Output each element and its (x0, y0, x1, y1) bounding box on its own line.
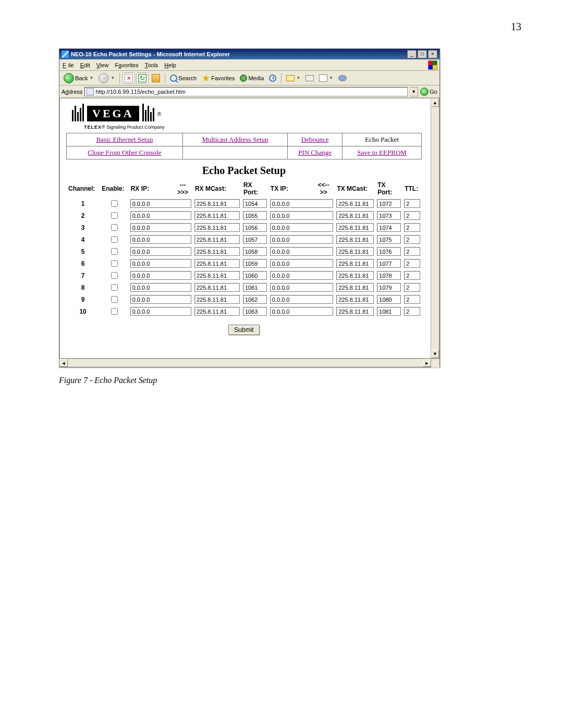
menu-edit[interactable]: Edit (79, 61, 91, 69)
txport-input[interactable] (377, 247, 401, 256)
txmcast-input[interactable] (336, 199, 374, 208)
menu-help[interactable]: Help (163, 61, 177, 69)
rxport-input[interactable] (243, 211, 267, 220)
rxmcast-input[interactable] (194, 271, 240, 280)
discuss-button[interactable] (336, 72, 349, 84)
maximize-button[interactable]: □ (418, 50, 427, 58)
txip-input[interactable] (270, 235, 334, 244)
ttl-input[interactable] (404, 283, 420, 292)
rxip-input[interactable] (130, 235, 191, 244)
rxport-input[interactable] (243, 283, 267, 292)
rxip-input[interactable] (130, 199, 191, 208)
txip-input[interactable] (270, 247, 334, 256)
enable-checkbox[interactable] (111, 260, 118, 267)
media-button[interactable]: Media (238, 72, 266, 84)
stop-button[interactable]: × (123, 72, 135, 84)
txip-input[interactable] (270, 259, 334, 268)
ttl-input[interactable] (404, 307, 420, 316)
ttl-input[interactable] (404, 199, 420, 208)
enable-checkbox[interactable] (111, 212, 118, 219)
txip-input[interactable] (270, 271, 334, 280)
rxip-input[interactable] (130, 307, 191, 316)
rxmcast-input[interactable] (194, 259, 240, 268)
enable-checkbox[interactable] (111, 248, 118, 255)
txmcast-input[interactable] (336, 223, 374, 232)
refresh-button[interactable]: ↻ (136, 72, 149, 84)
rxport-input[interactable] (243, 199, 267, 208)
edit-button[interactable]: ▼ (317, 72, 335, 84)
forward-button[interactable]: → ▼ (96, 72, 117, 84)
txmcast-input[interactable] (336, 307, 374, 316)
rxport-input[interactable] (243, 235, 267, 244)
ttl-input[interactable] (404, 223, 420, 232)
rxmcast-input[interactable] (194, 211, 240, 220)
txmcast-input[interactable] (336, 283, 374, 292)
enable-checkbox[interactable] (111, 308, 118, 315)
menu-file[interactable]: File (62, 61, 75, 69)
ttl-input[interactable] (404, 211, 420, 220)
nav-pin-change[interactable]: PIN Change (298, 149, 332, 156)
menu-favorites[interactable]: Favorites (114, 61, 139, 69)
txport-input[interactable] (377, 199, 401, 208)
home-button[interactable] (150, 72, 162, 84)
txport-input[interactable] (377, 271, 401, 280)
go-button[interactable]: → Go (420, 88, 437, 96)
submit-button[interactable]: Submit (228, 325, 259, 335)
txport-input[interactable] (377, 295, 401, 304)
enable-checkbox[interactable] (111, 224, 118, 231)
ttl-input[interactable] (404, 295, 420, 304)
txip-input[interactable] (270, 223, 334, 232)
rxport-input[interactable] (243, 307, 267, 316)
search-button[interactable]: Search (168, 72, 199, 84)
rxport-input[interactable] (243, 295, 267, 304)
rxip-input[interactable] (130, 295, 191, 304)
nav-multicast[interactable]: Multicast Address Setup (202, 135, 268, 143)
txport-input[interactable] (377, 235, 401, 244)
txmcast-input[interactable] (336, 259, 374, 268)
txip-input[interactable] (270, 307, 334, 316)
nav-save-eeprom[interactable]: Save to EEPROM (357, 149, 407, 156)
mail-button[interactable]: ▼ (284, 72, 302, 84)
enable-checkbox[interactable] (111, 236, 118, 243)
txmcast-input[interactable] (336, 211, 374, 220)
rxport-input[interactable] (243, 223, 267, 232)
rxport-input[interactable] (243, 259, 267, 268)
history-button[interactable] (267, 72, 278, 84)
enable-checkbox[interactable] (111, 284, 118, 291)
scroll-left-icon[interactable]: ◄ (59, 359, 68, 367)
rxmcast-input[interactable] (194, 235, 240, 244)
txport-input[interactable] (377, 211, 401, 220)
minimize-button[interactable]: _ (407, 50, 417, 58)
scroll-down-icon[interactable]: ▼ (431, 350, 439, 358)
rxip-input[interactable] (130, 211, 191, 220)
txmcast-input[interactable] (336, 271, 374, 280)
enable-checkbox[interactable] (111, 296, 118, 303)
rxmcast-input[interactable] (194, 307, 240, 316)
nav-debounce[interactable]: Debounce (301, 135, 329, 143)
rxmcast-input[interactable] (194, 199, 240, 208)
rxmcast-input[interactable] (194, 247, 240, 256)
rxmcast-input[interactable] (194, 223, 240, 232)
back-button[interactable]: ← Back ▼ (62, 72, 95, 84)
rxip-input[interactable] (130, 283, 191, 292)
vertical-scrollbar[interactable]: ▲ ▼ (431, 98, 439, 358)
ttl-input[interactable] (404, 271, 420, 280)
rxport-input[interactable] (243, 247, 267, 256)
scroll-up-icon[interactable]: ▲ (431, 98, 439, 107)
txport-input[interactable] (377, 307, 401, 316)
txport-input[interactable] (377, 223, 401, 232)
address-dropdown[interactable]: ▼ (410, 87, 418, 96)
rxip-input[interactable] (130, 247, 191, 256)
enable-checkbox[interactable] (111, 272, 118, 279)
rxip-input[interactable] (130, 259, 191, 268)
ttl-input[interactable] (404, 235, 420, 244)
ttl-input[interactable] (404, 259, 420, 268)
favorites-button[interactable]: ★ Favorites (200, 72, 237, 84)
txip-input[interactable] (270, 199, 334, 208)
txip-input[interactable] (270, 283, 334, 292)
txmcast-input[interactable] (336, 235, 374, 244)
menu-tools[interactable]: Tools (144, 61, 160, 69)
scroll-right-icon[interactable]: ► (423, 359, 431, 367)
menu-view[interactable]: View (95, 61, 110, 69)
rxmcast-input[interactable] (194, 283, 240, 292)
